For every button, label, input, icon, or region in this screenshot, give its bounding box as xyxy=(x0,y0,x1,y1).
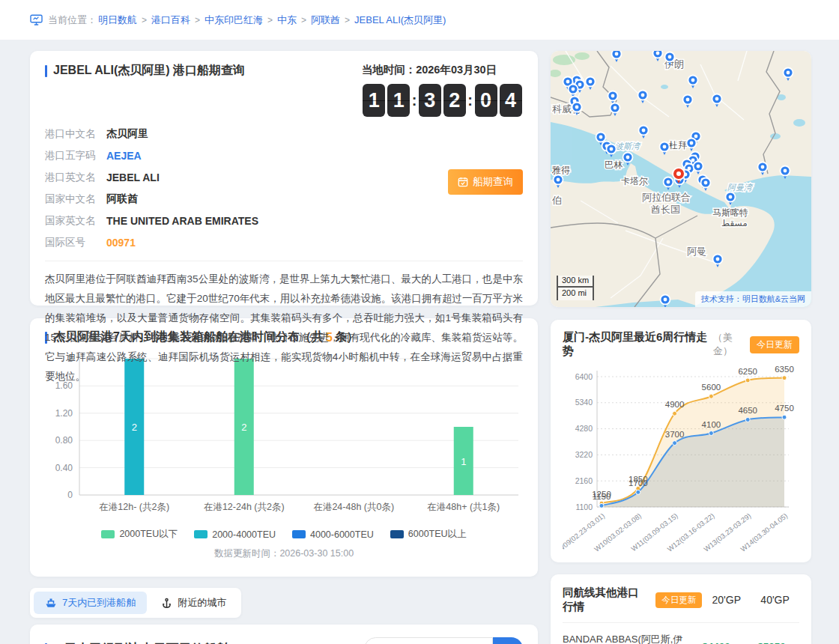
field-label: 港口英文名 xyxy=(45,171,106,184)
breadcrumb-link[interactable]: JEBEL ALI(杰贝阿里) xyxy=(354,13,446,27)
svg-text:3700: 3700 xyxy=(665,430,685,439)
svg-text:1700: 1700 xyxy=(629,479,648,487)
main-content: JEBEL ALI(杰贝阿里) 港口船期查询 当地时间：2026年03月30日 … xyxy=(0,40,839,644)
price-40gp: $5350 xyxy=(744,641,799,644)
map-label: 酋长国 xyxy=(651,204,680,215)
svg-text:5600: 5600 xyxy=(702,383,721,392)
field-label: 港口五字码 xyxy=(45,149,106,162)
other-ports-card: 同航线其他港口行情 今日更新 20'GP 40'GP BANDAR ABBAS(… xyxy=(551,574,811,644)
other-ports-title: 同航线其他港口行情 xyxy=(563,586,648,614)
clock-digit: 1 xyxy=(363,84,385,117)
legend-swatch xyxy=(390,530,404,538)
map-scale-mi: 200 mi xyxy=(557,288,594,300)
svg-text:1: 1 xyxy=(461,456,466,467)
price-trend-currency: （美金） xyxy=(713,331,750,358)
legend-item[interactable]: 2000-4000TEU xyxy=(194,528,276,541)
map-label: 巴林 xyxy=(605,160,623,170)
port-card-header: JEBEL ALI(杰贝阿里) 港口船期查询 当地时间：2026年03月30日 … xyxy=(45,63,523,117)
port-field-row: 港口英文名JEBEL ALI xyxy=(45,166,342,188)
svg-text:在港12-24h (共2条): 在港12-24h (共2条) xyxy=(204,502,285,512)
svg-text:0: 0 xyxy=(67,490,73,500)
svg-text:1150: 1150 xyxy=(593,492,611,501)
clock-digit: 1 xyxy=(387,84,410,117)
local-date: 当地时间：2026年03月30日 xyxy=(362,63,523,77)
map-label: 波斯湾 xyxy=(615,142,641,151)
field-label: 国际区号 xyxy=(45,236,106,249)
legend-swatch xyxy=(101,530,115,538)
updated-today-badge: 今日更新 xyxy=(750,336,799,353)
breadcrumb-bar: 当前位置： 明日数航>港口百科>中东印巴红海>中东>阿联酋>JEBEL ALI(… xyxy=(0,0,839,40)
breadcrumb-link[interactable]: 中东印巴红海 xyxy=(205,13,263,27)
ship-icon xyxy=(45,597,57,609)
port-field-row: 港口五字码AEJEA xyxy=(45,145,342,166)
price-trend-chart: 1100216032204280534064001250185049005600… xyxy=(563,363,799,564)
legend-swatch xyxy=(292,530,306,538)
tab-arrived-ships[interactable]: 7天内已到港船舶 xyxy=(34,592,147,614)
arrived-ships-header: 7 天内已经到达杰贝阿里的船舶 xyxy=(45,637,523,644)
anchor-icon xyxy=(161,598,172,609)
legend-label: 2000-4000TEU xyxy=(212,529,276,540)
svg-text:在港24-48h (共0条): 在港24-48h (共0条) xyxy=(313,502,394,512)
clock-colon: : xyxy=(412,92,417,109)
left-column: JEBEL ALI(杰贝阿里) 港口船期查询 当地时间：2026年03月30日 … xyxy=(30,51,538,644)
legend-item[interactable]: 6000TEU以上 xyxy=(390,528,467,541)
breadcrumb-link[interactable]: 明日数航 xyxy=(98,13,137,27)
field-value: JEBEL ALI xyxy=(106,171,160,183)
port-field-row: 港口中文名杰贝阿里 xyxy=(45,123,342,145)
ship-tabs: 7天内已到港船舶附近的城市 xyxy=(30,588,241,618)
ship-search-button[interactable] xyxy=(493,637,523,644)
data-update-time: 数据更新时间：2026-03-30 15:00 xyxy=(45,547,523,560)
port-field-row: 国际区号00971 xyxy=(45,231,342,253)
svg-text:4280: 4280 xyxy=(575,424,593,433)
svg-text:3220: 3220 xyxy=(575,450,593,459)
map-card: 伊朗科威特波斯湾巴林雅得卡塔尔杜拜阿拉伯联合酋长国马斯喀特مسقط阿曼湾阿曼伯 … xyxy=(551,51,811,307)
map-scale-control: 300 km 200 mi xyxy=(557,276,594,301)
bar-chart-legend: 2000TEU以下2000-4000TEU4000-6000TEU6000TEU… xyxy=(45,528,523,541)
port-price-row[interactable]: BANDAR ABBAS(阿巴斯,伊朗)$4400$5350 xyxy=(563,623,799,644)
calendar-check-icon xyxy=(458,177,468,187)
field-value: 00971 xyxy=(106,237,136,249)
breadcrumb-prefix: 当前位置： xyxy=(48,13,97,27)
clock-digit: 3 xyxy=(419,84,441,117)
svg-text:2: 2 xyxy=(241,422,246,433)
legend-label: 4000-6000TEU xyxy=(310,529,374,540)
ship-search-input[interactable] xyxy=(364,637,493,644)
legend-label: 2000TEU以下 xyxy=(119,528,178,541)
breadcrumb-link[interactable]: 阿联酋 xyxy=(311,13,340,27)
port-field-row: 国家英文名THE UNITED ARAB EMIRATES xyxy=(45,210,342,231)
field-value: THE UNITED ARAB EMIRATES xyxy=(106,215,258,227)
svg-text:在港48h+ (共1条): 在港48h+ (共1条) xyxy=(427,502,500,512)
legend-item[interactable]: 2000TEU以下 xyxy=(101,528,178,541)
field-value[interactable]: AEJEA xyxy=(106,150,142,162)
legend-item[interactable]: 4000-6000TEU xyxy=(292,528,374,541)
breadcrumb-link[interactable]: 港口百科 xyxy=(151,13,190,27)
arrived-ships-title: 7 天内已经到达杰贝阿里的船舶 xyxy=(45,640,229,644)
tab-nearby-cities[interactable]: 附近的城市 xyxy=(150,592,237,614)
field-value: 阿联酋 xyxy=(106,192,138,206)
other-ports-header: 同航线其他港口行情 今日更新 20'GP 40'GP xyxy=(563,586,799,623)
port-description: 杰贝阿里港位于阿联酋迪拜西南35公里处的波斯湾，是世界上第九大繁忙港口、最大的人… xyxy=(45,270,523,386)
field-label: 港口中文名 xyxy=(45,127,106,141)
right-column: 伊朗科威特波斯湾巴林雅得卡塔尔杜拜阿拉伯联合酋长国马斯喀特مسقط阿曼湾阿曼伯 … xyxy=(551,51,811,644)
map-label: 杜拜 xyxy=(668,140,687,151)
region-map[interactable]: 伊朗科威特波斯湾巴林雅得卡塔尔杜拜阿拉伯联合酋长国马斯喀特مسقط阿曼湾阿曼伯 xyxy=(551,51,811,307)
svg-text:2: 2 xyxy=(132,422,137,433)
svg-text:4100: 4100 xyxy=(702,420,721,429)
svg-text:4750: 4750 xyxy=(775,404,794,413)
port-info-card: JEBEL ALI(杰贝阿里) 港口船期查询 当地时间：2026年03月30日 … xyxy=(30,51,538,306)
svg-text:0.40: 0.40 xyxy=(55,463,73,473)
svg-text:1100: 1100 xyxy=(575,502,593,511)
schedule-query-button[interactable]: 船期查询 xyxy=(448,169,523,195)
page-title: JEBEL ALI(杰贝阿里) 港口船期查询 xyxy=(45,63,245,79)
tab-label: 附近的城市 xyxy=(178,596,226,610)
updated-today-badge: 今日更新 xyxy=(655,592,702,608)
breadcrumb-link[interactable]: 中东 xyxy=(277,13,297,27)
map-label: 马斯喀特 xyxy=(712,207,748,218)
breadcrumb-separator: > xyxy=(345,15,350,25)
map-label: 阿曼 xyxy=(687,246,706,257)
svg-text:4650: 4650 xyxy=(738,406,757,415)
field-value: 杰贝阿里 xyxy=(106,127,148,141)
map-label: 阿曼湾 xyxy=(727,183,754,192)
page-title-text: JEBEL ALI(杰贝阿里) 港口船期查询 xyxy=(53,63,245,79)
breadcrumb: 明日数航>港口百科>中东印巴红海>中东>阿联酋>JEBEL ALI(杰贝阿里) xyxy=(98,13,446,27)
